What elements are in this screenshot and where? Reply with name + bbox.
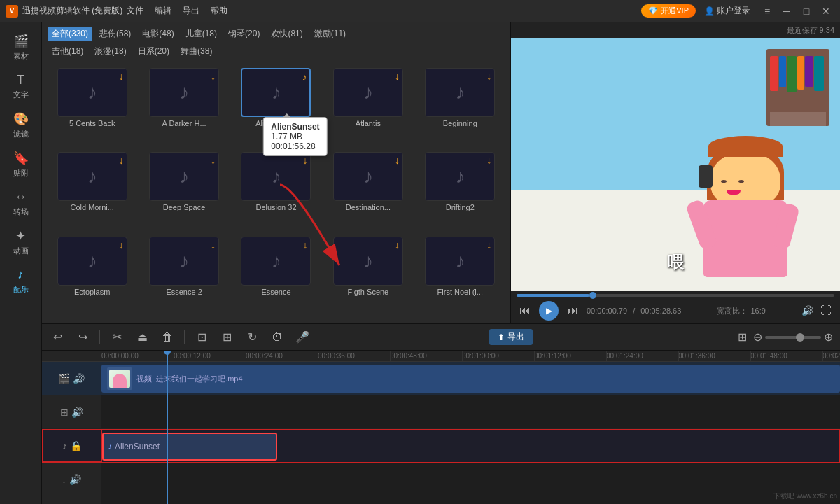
export-button[interactable]: ⬆ 导出 [489, 329, 533, 345]
mic-button[interactable]: 🎤 [294, 329, 311, 346]
extra-track-volume-icon[interactable]: 🔊 [69, 474, 81, 485]
sidebar-icon-动画: ✦ [15, 228, 26, 244]
sidebar-label-动画: 动画 [13, 246, 29, 256]
sidebar-label-滤镜: 滤镜 [13, 129, 29, 139]
media-label-13: Essence [261, 288, 290, 296]
filter-tab-电影48[interactable]: 电影(48) [138, 27, 178, 41]
menu-item-编辑[interactable]: 编辑 [155, 5, 172, 17]
filter-tab-激励11[interactable]: 激励(11) [310, 27, 350, 41]
media-item-7[interactable]: ♪↓Deep Space [139, 152, 228, 233]
media-item-11[interactable]: ♪↓Ectoplasm [48, 237, 136, 318]
filter-tab-全部330[interactable]: 全部(330) [48, 27, 92, 41]
fullscreen-button[interactable]: ⛶ [818, 302, 834, 319]
filter-tab-欢快81[interactable]: 欢快(81) [267, 27, 307, 41]
crop-button[interactable]: ⊞ [218, 329, 235, 346]
step-forward-button[interactable]: ⏭ [564, 302, 581, 319]
sidebar-item-转场[interactable]: ↔转场 [0, 184, 41, 223]
video-track-ctrl: 🎬 🔊 [42, 362, 101, 396]
split-button[interactable]: ⏏ [134, 329, 150, 346]
music-note-icon: ♪ [179, 165, 189, 188]
media-thumb-12: ♪↓ [149, 237, 219, 286]
video-clip[interactable]: 视频, 进来我们一起学习吧.mp4 [102, 365, 840, 393]
step-back-button[interactable]: ⏮ [517, 302, 533, 319]
vip-button[interactable]: 💎 开通VIP [641, 4, 696, 18]
audio-track-volume-icon[interactable]: 🔊 [71, 407, 83, 418]
media-item-9[interactable]: ♪↓Destination... [323, 152, 412, 233]
user-icon: 👤 [704, 6, 715, 16]
close-button[interactable]: ✕ [818, 5, 834, 18]
sidebar-item-配乐[interactable]: ♪配乐 [0, 262, 41, 300]
music-track-note-icon[interactable]: ♪ [62, 440, 67, 451]
filter-tab-悲伤58[interactable]: 悲伤(58) [95, 27, 135, 41]
media-item-6[interactable]: ♪↓Cold Morni... [48, 152, 136, 233]
media-item-10[interactable]: ♪↓Drifting2 [416, 152, 505, 233]
vip-icon: 💎 [648, 6, 658, 15]
media-item-15[interactable]: ♪↓First Noel (l... [416, 237, 505, 318]
filter-tab-吉他18[interactable]: 吉他(18) [48, 44, 88, 59]
video-track-icon[interactable]: 🎬 [58, 373, 70, 384]
filter-tab-钢琴20[interactable]: 钢琴(20) [224, 27, 264, 41]
media-thumb-5: ♪↓ [425, 68, 495, 117]
filter-tab-舞曲38[interactable]: 舞曲(38) [176, 44, 216, 59]
media-item-12[interactable]: ♪↓Essence 2 [139, 237, 228, 318]
sidebar-item-动画[interactable]: ✦动画 [0, 223, 41, 262]
media-label-1: 5 Cents Back [69, 119, 115, 127]
login-button[interactable]: 👤 账户登录 [704, 5, 750, 17]
zoom-out-button[interactable]: ⊖ [753, 330, 762, 344]
media-item-2[interactable]: ♪↓A Darker H... [139, 68, 228, 149]
media-item-3[interactable]: ♪♪AlienSunset1.77 MB00:01:56.28AlienSuns… [232, 68, 321, 149]
delete-button[interactable]: 🗑 [159, 329, 176, 346]
media-label-12: Essence 2 [166, 288, 202, 296]
playhead[interactable] [167, 351, 168, 504]
media-grid: ♪↓5 Cents Back♪↓A Darker H...♪♪AlienSuns… [42, 62, 510, 323]
sidebar-item-文字[interactable]: T文字 [0, 67, 41, 106]
media-item-14[interactable]: ♪↓Figth Scene [323, 237, 412, 318]
volume-icon[interactable]: 🔊 [802, 305, 813, 316]
media-item-4[interactable]: ♪↓Atlantis [323, 68, 412, 149]
zoom-slider[interactable] [765, 336, 821, 339]
extra-track-down-icon[interactable]: ↓ [62, 474, 66, 485]
media-badge-7: ↓ [211, 155, 216, 166]
sidebar-item-贴附[interactable]: 🔖贴附 [0, 145, 41, 184]
media-thumb-9: ♪↓ [333, 152, 403, 201]
media-thumb-13: ♪↓ [241, 237, 311, 286]
video-track-volume-icon[interactable]: 🔊 [73, 373, 85, 384]
media-item-5[interactable]: ♪↓Beginning [416, 68, 505, 149]
undo-button[interactable]: ↩ [49, 329, 66, 346]
sidebar-icon-贴附: 🔖 [13, 150, 29, 166]
filter-tab-浪漫18[interactable]: 浪漫(18) [90, 44, 130, 59]
audio-track-icon[interactable]: ⊞ [60, 407, 69, 418]
menu-button[interactable]: ≡ [759, 5, 776, 18]
rotate-button[interactable]: ↻ [244, 329, 260, 346]
time-separator: / [633, 307, 635, 315]
media-item-1[interactable]: ♪↓5 Cents Back [48, 68, 136, 149]
menu-item-文件[interactable]: 文件 [127, 5, 144, 17]
sidebar-icon-配乐: ♪ [18, 267, 24, 282]
music-note-icon: ♪ [363, 250, 373, 272]
filter-tab-儿童18[interactable]: 儿童(18) [181, 27, 221, 41]
media-item-13[interactable]: ♪↓Essence [232, 237, 321, 318]
media-tooltip-3: AlienSunset1.77 MB00:01:56.28 [263, 117, 327, 156]
music-clip[interactable]: ♪ AlienSunset [102, 433, 277, 461]
play-button[interactable]: ▶ [539, 301, 559, 321]
maximize-button[interactable]: □ [798, 5, 815, 18]
progress-bar[interactable] [517, 294, 834, 297]
sidebar-item-素材[interactable]: 🎬素材 [0, 28, 41, 67]
media-label-15: First Noel (l... [438, 288, 483, 296]
media-item-8[interactable]: ♪↓Delusion 32 [232, 152, 321, 233]
menu-item-帮助[interactable]: 帮助 [211, 5, 227, 17]
timer-button[interactable]: ⏱ [269, 329, 286, 346]
sidebar-icon-滤镜: 🎨 [13, 111, 29, 127]
trim-button[interactable]: ⊡ [193, 329, 210, 346]
snapshot-button[interactable]: ⊞ [734, 329, 750, 346]
sidebar-item-滤镜[interactable]: 🎨滤镜 [0, 106, 41, 145]
redo-button[interactable]: ↪ [74, 329, 91, 346]
timeline-toolbar: ↩ ↪ ✂ ⏏ 🗑 ⊡ ⊞ ↻ ⏱ 🎤 ⬆ 导出 ⊞ ⊖ [42, 324, 840, 351]
music-track-lock-icon[interactable]: 🔒 [70, 440, 82, 451]
filter-tab-日系20[interactable]: 日系(20) [134, 44, 174, 59]
zoom-in-button[interactable]: ⊕ [824, 330, 833, 344]
controls-row: ⏮ ▶ ⏭ 00:00:00.79 / 00:05:28.63 宽高比： 16:… [517, 301, 834, 321]
add-clip-button[interactable]: ✂ [108, 329, 125, 346]
menu-item-导出[interactable]: 导出 [183, 5, 200, 17]
minimize-button[interactable]: ─ [778, 5, 795, 18]
